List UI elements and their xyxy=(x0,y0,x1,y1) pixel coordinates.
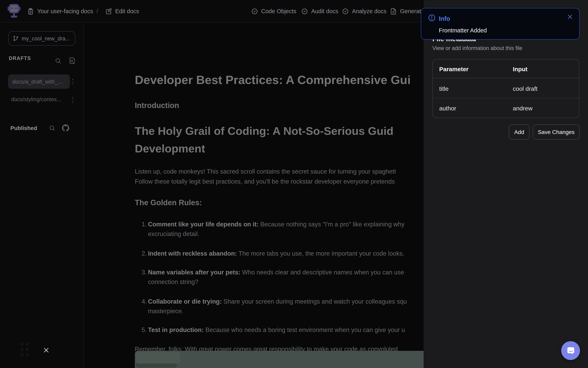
menu-item-audit-docs[interactable]: Audit docs xyxy=(301,0,338,22)
github-icon[interactable] xyxy=(62,124,69,132)
app-window: o_o Your user-facing docs / Edit docs Co… xyxy=(0,0,588,368)
menu-label: Audit docs xyxy=(311,8,338,14)
panel-subtitle: View or add information about this file xyxy=(432,45,522,51)
search-icon[interactable] xyxy=(49,125,55,131)
file-metadata-panel: File metadata View or add information ab… xyxy=(424,0,588,368)
close-icon[interactable] xyxy=(567,14,573,20)
menu-label: Analyze docs xyxy=(352,8,386,14)
sidebar-item-draft-selected[interactable]: docs/a_draft_with_... xyxy=(8,74,70,89)
breadcrumb-label: Your user-facing docs xyxy=(37,8,93,14)
image-card-shape xyxy=(136,352,180,364)
published-section-heading: Published xyxy=(10,125,37,131)
menu-item-code-objects[interactable]: Code Objects xyxy=(251,0,296,22)
new-file-icon[interactable] xyxy=(69,57,76,64)
document-editor-area: Developer Best Practices: A Comprehensiv… xyxy=(84,22,424,368)
document-embedded-image xyxy=(135,351,424,368)
menu-item-generate[interactable]: Generate xyxy=(390,0,424,22)
param-value-cell: cool draft xyxy=(513,85,537,92)
breadcrumb-your-docs[interactable]: Your user-facing docs xyxy=(27,0,93,22)
rules-heading: The Golden Rules: xyxy=(135,197,202,208)
table-row[interactable]: title cool draft xyxy=(433,78,579,98)
check-circle-icon xyxy=(251,8,258,15)
image-card-shadow xyxy=(136,364,177,368)
info-toast: Info Frontmatter Added xyxy=(421,8,579,40)
clipboard-icon xyxy=(27,8,34,15)
breadcrumb-separator: / xyxy=(96,0,98,22)
param-value-cell: andrew xyxy=(513,105,533,112)
chat-widget-button[interactable] xyxy=(561,341,580,360)
branch-selector[interactable]: my_cool_new_dra... xyxy=(9,31,75,46)
robot-neck-icon xyxy=(13,13,15,16)
intro-heading: Introduction xyxy=(135,100,179,111)
param-name-cell: title xyxy=(439,85,449,92)
save-changes-button[interactable]: Save Changes xyxy=(533,124,579,140)
metadata-table: Parameter Input title cool draft author … xyxy=(432,59,579,118)
kebab-menu-icon[interactable] xyxy=(70,96,76,104)
drafts-section-heading: DRAFTS xyxy=(9,55,31,61)
table-header-row: Parameter Input xyxy=(433,60,579,78)
list-item: 2. Indent with reckless abandon: The mor… xyxy=(135,249,404,258)
robot-face-icon: o_o xyxy=(10,6,18,12)
list-item: 1. Comment like your life depends on it:… xyxy=(135,220,404,239)
document-icon xyxy=(390,8,397,15)
robot-base-icon xyxy=(11,16,17,18)
draft-file-label: docs/styling/contex... xyxy=(11,96,61,102)
menu-label: Code Objects xyxy=(261,8,296,14)
robot-logo[interactable]: o_o xyxy=(8,3,20,19)
intro-paragraph: Listen up, code monkeys! This sacred scr… xyxy=(135,167,396,186)
check-circle-icon xyxy=(342,8,349,15)
drag-handle-dots-icon[interactable] xyxy=(20,343,31,358)
robot-ear-icon xyxy=(19,7,20,10)
menu-item-analyze-docs[interactable]: Analyze docs xyxy=(342,0,386,22)
section-heading-line: Development xyxy=(135,140,393,158)
column-header: Input xyxy=(513,66,527,72)
toast-message: Frontmatter Added xyxy=(439,27,487,34)
kebab-menu-icon[interactable] xyxy=(70,78,76,85)
menu-label: Generate xyxy=(400,8,424,14)
document-title: Developer Best Practices: A Comprehensiv… xyxy=(135,72,411,88)
chat-bubble-icon xyxy=(565,345,576,356)
list-item: 4. Collaborate or die trying: Share your… xyxy=(135,297,407,316)
column-header: Parameter xyxy=(439,66,469,72)
section-heading: The Holy Grail of Coding: A Not-So-Serio… xyxy=(135,122,393,158)
param-name-cell: author xyxy=(439,105,456,112)
branch-name: my_cool_new_dra... xyxy=(22,35,70,41)
git-branch-icon xyxy=(13,35,19,41)
section-heading-line: The Holy Grail of Coding: A Not-So-Serio… xyxy=(135,122,393,140)
breadcrumb-edit-docs[interactable]: Edit docs xyxy=(105,0,139,22)
draft-file-label: docs/a_draft_with_... xyxy=(12,79,62,85)
info-icon xyxy=(428,14,436,22)
list-item: 3. Name variables after your pets: Who n… xyxy=(135,267,404,286)
edit-doc-icon xyxy=(105,8,112,15)
list-item: 5. Test in production: Because who needs… xyxy=(135,325,405,335)
toast-title: Info xyxy=(439,15,450,22)
table-row[interactable]: author andrew xyxy=(433,98,579,118)
search-icon[interactable] xyxy=(55,58,61,64)
check-circle-icon xyxy=(301,8,308,15)
sidebar-item-draft[interactable]: docs/styling/contex... xyxy=(11,96,61,102)
close-icon[interactable] xyxy=(43,347,50,354)
breadcrumb-label: Edit docs xyxy=(115,8,139,14)
add-button[interactable]: Add xyxy=(509,124,530,140)
